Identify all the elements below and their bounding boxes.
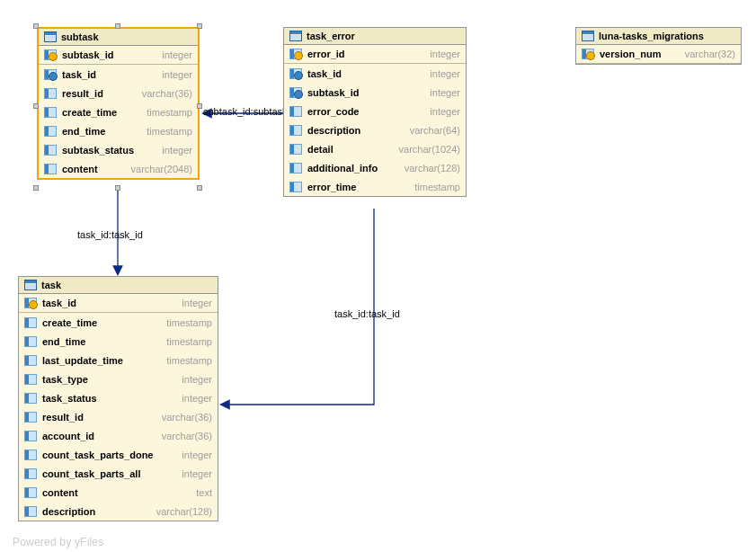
column-row[interactable]: detailvarchar(1024) bbox=[284, 139, 466, 158]
column-icon bbox=[24, 486, 39, 499]
table-icon bbox=[24, 280, 37, 290]
column-type: varchar(128) bbox=[151, 506, 212, 517]
table-task[interactable]: task task_idintegercreate_timetimestampe… bbox=[18, 276, 218, 521]
column-type: varchar(1024) bbox=[394, 144, 460, 155]
selection-handle[interactable] bbox=[197, 23, 202, 29]
column-type: varchar(32) bbox=[680, 49, 735, 59]
column-row[interactable]: last_update_timetimestamp bbox=[19, 351, 218, 369]
column-type: varchar(128) bbox=[399, 163, 460, 174]
column-icon bbox=[289, 105, 304, 118]
pk-icon bbox=[289, 48, 304, 60]
column-row[interactable]: subtask_idinteger bbox=[284, 83, 466, 102]
column-icon bbox=[24, 411, 39, 423]
column-row[interactable]: error_timetimestamp bbox=[284, 177, 466, 196]
table-subtask-header[interactable]: subtask bbox=[39, 29, 198, 46]
column-row[interactable]: create_timetimestamp bbox=[39, 102, 198, 121]
column-name: error_id bbox=[307, 49, 424, 59]
column-icon bbox=[24, 505, 39, 518]
table-luna-migrations-header[interactable]: luna-tasks_migrations bbox=[576, 28, 741, 45]
table-task-header[interactable]: task bbox=[19, 277, 218, 294]
column-name: detail bbox=[307, 144, 394, 155]
table-icon bbox=[44, 31, 57, 42]
column-name: task_status bbox=[42, 393, 176, 404]
fk-icon bbox=[289, 67, 304, 80]
column-row[interactable]: contentvarchar(2048) bbox=[39, 159, 198, 178]
column-row[interactable]: end_timetimestamp bbox=[19, 332, 218, 351]
column-row[interactable]: additional_infovarchar(128) bbox=[284, 158, 466, 177]
column-row[interactable]: error_idinteger bbox=[284, 45, 466, 64]
selection-handle[interactable] bbox=[33, 103, 39, 109]
column-icon bbox=[44, 106, 58, 119]
column-row[interactable]: task_idinteger bbox=[19, 294, 218, 313]
column-name: end_time bbox=[62, 126, 141, 137]
selection-handle[interactable] bbox=[197, 103, 202, 109]
table-icon bbox=[582, 31, 594, 41]
column-icon bbox=[24, 354, 39, 367]
column-name: create_time bbox=[42, 317, 161, 328]
column-icon bbox=[24, 335, 39, 348]
column-name: task_id bbox=[307, 68, 424, 79]
column-row[interactable]: task_idinteger bbox=[39, 65, 198, 84]
column-row[interactable]: result_idvarchar(36) bbox=[39, 84, 198, 102]
table-task-error[interactable]: task_error error_idintegertask_idinteger… bbox=[283, 27, 467, 197]
column-row[interactable]: account_idvarchar(36) bbox=[19, 426, 218, 445]
column-type: integer bbox=[176, 298, 212, 308]
column-type: timestamp bbox=[161, 355, 212, 366]
column-type: text bbox=[191, 487, 212, 498]
column-row[interactable]: create_timetimestamp bbox=[19, 313, 218, 332]
column-row[interactable]: result_idvarchar(36) bbox=[19, 407, 218, 426]
column-row[interactable]: contenttext bbox=[19, 483, 218, 502]
column-type: timestamp bbox=[409, 182, 460, 192]
table-icon bbox=[289, 31, 302, 41]
table-title: task bbox=[41, 280, 61, 290]
table-title: subtask bbox=[61, 31, 99, 42]
column-row[interactable]: subtask_statusinteger bbox=[39, 140, 198, 159]
column-name: count_task_parts_done bbox=[42, 450, 176, 460]
column-icon bbox=[24, 373, 39, 386]
column-type: varchar(36) bbox=[156, 431, 212, 441]
column-row[interactable]: count_task_parts_doneinteger bbox=[19, 445, 218, 464]
column-name: subtask_status bbox=[62, 145, 156, 156]
column-row[interactable]: task_idinteger bbox=[284, 64, 466, 83]
fk-icon bbox=[289, 86, 304, 99]
column-row[interactable]: task_typeinteger bbox=[19, 369, 218, 388]
column-row[interactable]: subtask_idinteger bbox=[39, 46, 198, 65]
table-luna-migrations[interactable]: luna-tasks_migrations version_numvarchar… bbox=[575, 27, 742, 65]
column-name: subtask_id bbox=[307, 87, 424, 98]
column-row[interactable]: end_timetimestamp bbox=[39, 121, 198, 140]
column-name: content bbox=[62, 164, 126, 174]
column-type: integer bbox=[156, 145, 192, 156]
column-icon bbox=[44, 144, 58, 156]
column-name: last_update_time bbox=[42, 355, 161, 366]
column-name: result_id bbox=[42, 412, 156, 423]
column-row[interactable]: error_codeinteger bbox=[284, 102, 466, 120]
selection-handle[interactable] bbox=[115, 23, 120, 29]
column-name: version_num bbox=[600, 49, 680, 59]
column-row[interactable]: count_task_parts_allinteger bbox=[19, 464, 218, 483]
column-row[interactable]: descriptionvarchar(64) bbox=[284, 120, 466, 139]
column-icon bbox=[24, 449, 39, 461]
selection-handle[interactable] bbox=[197, 185, 202, 191]
selection-handle[interactable] bbox=[115, 185, 120, 191]
column-type: integer bbox=[176, 468, 212, 479]
column-icon bbox=[289, 143, 304, 156]
column-row[interactable]: task_statusinteger bbox=[19, 388, 218, 407]
column-type: integer bbox=[424, 87, 460, 98]
column-row[interactable]: descriptionvarchar(128) bbox=[19, 502, 218, 521]
column-row[interactable]: version_numvarchar(32) bbox=[576, 45, 741, 64]
column-name: task_type bbox=[42, 374, 176, 385]
column-name: result_id bbox=[62, 88, 137, 99]
column-icon bbox=[44, 125, 58, 138]
table-task-error-body: error_idintegertask_idintegersubtask_idi… bbox=[284, 45, 466, 196]
column-icon bbox=[44, 87, 58, 100]
selection-handle[interactable] bbox=[33, 23, 39, 29]
edge-label-2: task_id:task_id bbox=[334, 308, 400, 319]
table-task-error-header[interactable]: task_error bbox=[284, 28, 466, 45]
table-subtask[interactable]: subtask subtask_idintegertask_idintegerr… bbox=[37, 27, 200, 180]
selection-handle[interactable] bbox=[33, 185, 39, 191]
column-name: create_time bbox=[62, 107, 141, 118]
column-name: task_id bbox=[62, 69, 156, 80]
column-type: timestamp bbox=[141, 107, 192, 118]
column-type: timestamp bbox=[161, 336, 212, 347]
column-name: description bbox=[307, 125, 405, 136]
